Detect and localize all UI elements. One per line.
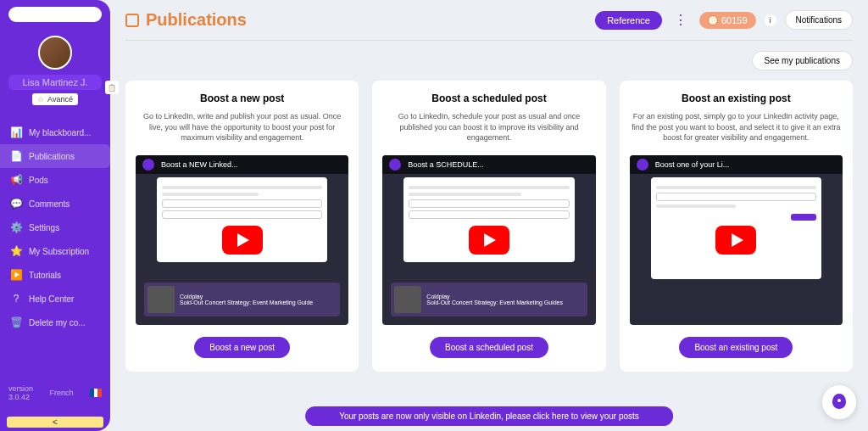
sidebar-collapse[interactable]: < xyxy=(7,417,103,428)
info-icon[interactable]: i xyxy=(765,14,776,26)
boost-existing-button[interactable]: Boost an existing post xyxy=(679,337,793,358)
main-content: Publications Reference ⋮ 60159 i Notific… xyxy=(110,0,868,431)
chat-icon: 💬 xyxy=(10,198,22,210)
version-label: version xyxy=(8,384,33,393)
card-title: Boost an existing post xyxy=(630,92,843,104)
flag-icon xyxy=(90,389,102,397)
page-header: Publications Reference ⋮ 60159 i Notific… xyxy=(125,10,853,41)
play-icon: ▶️ xyxy=(10,269,22,281)
version-number: 3.0.42 xyxy=(8,393,33,401)
publications-icon xyxy=(125,14,139,27)
card-description: Go to LinkedIn, write and publish your p… xyxy=(136,111,348,145)
nav-pods[interactable]: 📢Pods xyxy=(0,168,110,192)
page-title: Publications xyxy=(125,10,247,30)
help-icon: ? xyxy=(10,293,22,305)
reference-button[interactable]: Reference xyxy=(595,11,662,30)
star-icon: ☆ xyxy=(37,95,44,104)
nav-delete[interactable]: 🗑️Delete my co... xyxy=(0,311,110,334)
nav-tutorials[interactable]: ▶️Tutorials xyxy=(0,263,110,287)
video-avatar-icon xyxy=(142,159,154,171)
see-publications-button[interactable]: See my publications xyxy=(752,51,854,70)
chart-icon: 📊 xyxy=(10,126,22,138)
card-description: For an existing post, simply go to your … xyxy=(630,111,843,145)
video-thumbnail[interactable]: Boost one of your Li... xyxy=(630,155,843,325)
play-icon xyxy=(222,226,263,255)
nav-blackboard[interactable]: 📊My blackboard... xyxy=(0,120,110,144)
bird-icon xyxy=(829,392,849,412)
sidebar-footer: version 3.0.42 French xyxy=(0,376,110,413)
sidebar-nav: 📊My blackboard... 📄Publications 📢Pods 💬C… xyxy=(0,120,110,376)
card-boost-existing: Boost an existing post For an existing p… xyxy=(620,81,853,372)
megaphone-icon: 📢 xyxy=(10,174,22,186)
card-title: Boost a new post xyxy=(136,92,348,104)
language-selector[interactable]: French xyxy=(50,389,74,397)
document-icon: 📄 xyxy=(10,150,22,162)
user-avatar[interactable] xyxy=(38,36,72,70)
trash-icon: 🗑️ xyxy=(10,316,22,328)
nav-help[interactable]: ?Help Center xyxy=(0,287,110,311)
card-boost-new: Boost a new post Go to LinkedIn, write a… xyxy=(125,81,359,372)
video-thumbnail[interactable]: Boost a NEW Linked... ColdplaySold-Out C… xyxy=(136,155,348,325)
video-title: Boost a NEW Linked... xyxy=(161,160,238,169)
play-icon xyxy=(715,226,756,255)
user-level-badge: ☆Avancé xyxy=(32,93,78,105)
card-title: Boost a scheduled post xyxy=(382,92,595,104)
gear-icon: ⚙️ xyxy=(10,221,22,233)
video-title: Boost a SCHEDULE... xyxy=(408,160,484,169)
boost-scheduled-button[interactable]: Boost a scheduled post xyxy=(430,337,548,358)
card-boost-scheduled: Boost a scheduled post Go to LinkedIn, s… xyxy=(372,81,605,372)
header-actions: Reference ⋮ 60159 i Notifications xyxy=(595,10,853,30)
nav-publications[interactable]: 📄Publications xyxy=(0,144,110,168)
video-avatar-icon xyxy=(389,159,401,171)
search-input[interactable] xyxy=(8,7,102,22)
video-title: Boost one of your Li... xyxy=(655,160,730,169)
card-description: Go to LinkedIn, schedule your post as us… xyxy=(382,111,595,145)
help-float-button[interactable] xyxy=(822,385,856,419)
coin-icon xyxy=(708,15,718,25)
nav-subscription[interactable]: ⭐My Subscription xyxy=(0,239,110,263)
cards-row: Boost a new post Go to LinkedIn, write a… xyxy=(125,81,853,372)
video-avatar-icon xyxy=(637,159,648,171)
nav-comments[interactable]: 💬Comments xyxy=(0,192,110,216)
notifications-button[interactable]: Notifications xyxy=(785,10,853,30)
nav-settings[interactable]: ⚙️Settings xyxy=(0,216,110,239)
linkedin-banner[interactable]: Your posts are now only visible on Linke… xyxy=(305,406,673,426)
see-publications-row: See my publications xyxy=(125,51,853,70)
sidebar: Lisa Martinez J. ☆Avancé 📋 📊My blackboar… xyxy=(0,0,110,431)
more-menu[interactable]: ⋮ xyxy=(670,12,691,28)
boost-new-button[interactable]: Boost a new post xyxy=(194,337,290,358)
play-icon xyxy=(469,226,509,255)
video-thumbnail[interactable]: Boost a SCHEDULE... ColdplaySold-Out Con… xyxy=(382,155,595,325)
user-name: Lisa Martinez J. xyxy=(8,75,102,90)
points-counter: 60159 xyxy=(699,12,756,29)
star-icon: ⭐ xyxy=(10,245,22,257)
